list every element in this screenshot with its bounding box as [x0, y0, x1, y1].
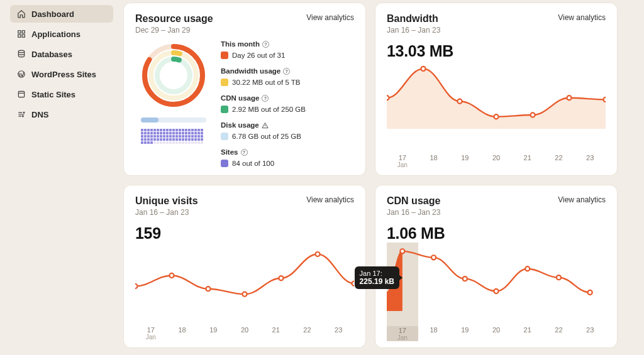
card-title: CDN usage: [387, 195, 440, 207]
svg-point-28: [352, 281, 354, 286]
x-tick: 23: [323, 326, 354, 341]
svg-point-31: [431, 255, 436, 259]
x-tick: 20: [229, 326, 260, 341]
swatch-icon: [221, 160, 228, 167]
date-range: Dec 29 – Jan 29: [135, 26, 213, 35]
svg-point-18: [494, 114, 498, 119]
wordpress-icon: [16, 69, 26, 79]
svg-point-25: [242, 292, 247, 297]
legend-title: Disk usage: [221, 121, 259, 131]
sidebar-item-dashboard[interactable]: Dashboard: [10, 5, 113, 23]
x-tick: 19: [449, 154, 480, 169]
x-tick: 18: [167, 326, 198, 341]
svg-point-36: [588, 290, 592, 295]
legend-title: This month: [221, 40, 260, 50]
help-icon[interactable]: ?: [262, 41, 269, 48]
x-tick: 19: [197, 326, 229, 341]
svg-rect-3: [22, 35, 25, 37]
swatch-icon: [221, 52, 228, 59]
svg-point-16: [421, 67, 425, 71]
metric-value: 159: [135, 224, 354, 243]
card-resource-usage: Resource usage Dec 29 – Jan 29 View anal…: [123, 3, 366, 176]
unique-visits-chart: 17Jan181920212223 Jan 17: 225.19 kB: [135, 243, 354, 341]
disk-progress-bar: [141, 117, 206, 123]
date-range: Jan 16 – Jan 23: [387, 26, 440, 35]
sidebar-item-label: Databases: [31, 50, 72, 59]
x-tick: 18: [418, 326, 450, 341]
svg-point-33: [494, 289, 498, 293]
help-icon[interactable]: ?: [262, 95, 269, 102]
tooltip-value: 225.19 kB: [360, 277, 394, 286]
svg-rect-6: [18, 91, 24, 97]
view-analytics-link[interactable]: View analytics: [306, 195, 354, 204]
svg-point-24: [206, 287, 210, 291]
sidebar-item-label: Dashboard: [31, 9, 74, 19]
help-icon[interactable]: ?: [241, 149, 248, 156]
svg-rect-1: [22, 31, 25, 33]
sidebar: Dashboard Applications Databases WordPre…: [0, 0, 119, 355]
database-icon: [16, 49, 26, 59]
card-title: Resource usage: [135, 13, 213, 25]
apps-icon: [16, 29, 26, 39]
svg-point-32: [463, 276, 467, 281]
legend-value: 2.92 MB out of 250 GB: [232, 105, 306, 115]
legend-value: 6.78 GB out of 25 GB: [232, 132, 301, 142]
home-icon: [16, 9, 26, 19]
x-tick: 21: [512, 326, 543, 341]
svg-point-19: [530, 112, 535, 117]
card-bandwidth: Bandwidth Jan 16 – Jan 23 View analytics…: [375, 3, 618, 176]
swatch-icon: [221, 79, 228, 86]
svg-point-4: [18, 50, 24, 53]
svg-point-26: [279, 276, 283, 280]
swatch-icon: [221, 133, 228, 140]
legend-value: 84 out of 100: [232, 159, 274, 169]
svg-point-17: [457, 99, 462, 104]
svg-rect-0: [18, 31, 21, 33]
sidebar-item-databases[interactable]: Databases: [10, 45, 113, 63]
x-tick: 19: [449, 326, 480, 341]
metric-value: 1.06 MB: [387, 224, 606, 243]
resource-legend: This month ? Day 26 out of 31 Bandwidth …: [221, 40, 306, 175]
x-tick: 17Jan: [387, 326, 418, 341]
sidebar-item-label: DNS: [31, 110, 48, 119]
view-analytics-link[interactable]: View analytics: [558, 13, 606, 22]
svg-point-30: [400, 249, 404, 253]
x-tick: 22: [292, 326, 323, 341]
x-tick: 22: [543, 326, 575, 341]
resource-donut: [139, 41, 208, 110]
sidebar-item-dns[interactable]: DNS: [10, 106, 113, 123]
x-tick: 17Jan: [387, 154, 418, 169]
legend-value: 30.22 MB out of 5 TB: [232, 78, 300, 88]
svg-point-22: [135, 284, 138, 288]
date-range: Jan 16 – Jan 23: [387, 208, 440, 217]
help-icon[interactable]: ?: [283, 68, 290, 75]
card-title: Bandwidth: [387, 13, 440, 25]
main-content: Resource usage Dec 29 – Jan 29 View anal…: [119, 0, 644, 355]
view-analytics-link[interactable]: View analytics: [306, 13, 354, 22]
bandwidth-chart: 17Jan181920212223: [387, 60, 606, 169]
svg-point-27: [315, 252, 319, 256]
card-title: Unique visits: [135, 195, 198, 207]
sidebar-item-wordpress[interactable]: WordPress Sites: [10, 65, 113, 83]
sidebar-item-applications[interactable]: Applications: [10, 25, 113, 43]
dns-icon: [16, 109, 26, 119]
sidebar-item-static[interactable]: Static Sites: [10, 85, 113, 103]
static-icon: [16, 89, 26, 99]
svg-point-35: [557, 275, 561, 280]
svg-point-15: [387, 96, 389, 100]
legend-title: CDN usage: [221, 94, 259, 104]
legend-title: Bandwidth usage: [221, 67, 280, 77]
x-tick: 21: [512, 154, 543, 169]
card-unique-visits: Unique visits Jan 16 – Jan 23 View analy…: [123, 185, 366, 348]
sidebar-item-label: WordPress Sites: [31, 70, 96, 79]
legend-value: Day 26 out of 31: [232, 51, 285, 61]
sidebar-item-label: Static Sites: [31, 90, 75, 99]
cdn-chart: 17Jan181920212223: [387, 243, 606, 341]
svg-point-34: [525, 266, 530, 271]
svg-point-13: [157, 59, 190, 92]
date-range: Jan 16 – Jan 23: [135, 208, 198, 217]
view-analytics-link[interactable]: View analytics: [558, 195, 606, 204]
svg-point-20: [567, 96, 571, 100]
x-tick: 21: [260, 326, 292, 341]
metric-value: 13.03 MB: [387, 42, 606, 60]
